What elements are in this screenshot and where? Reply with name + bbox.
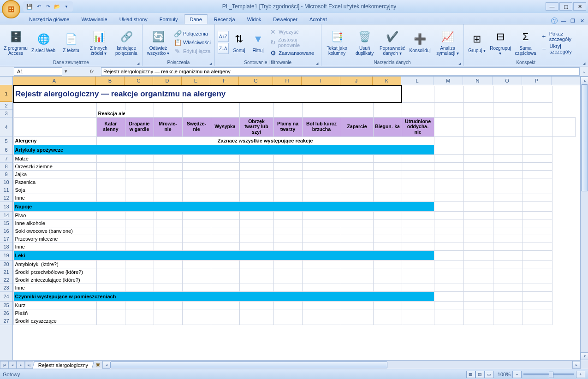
col-header[interactable]: K: [373, 77, 401, 85]
cell[interactable]: [523, 291, 552, 301]
close-button[interactable]: ✕: [573, 2, 586, 11]
cell[interactable]: [154, 260, 182, 268]
row-header[interactable]: 4: [0, 118, 12, 137]
cell[interactable]: [493, 276, 523, 284]
fx-button[interactable]: fx: [83, 69, 101, 74]
cell[interactable]: [402, 243, 434, 250]
cell[interactable]: [341, 309, 373, 317]
cell[interactable]: [302, 268, 341, 276]
name-box-dropdown[interactable]: ▾: [62, 68, 70, 74]
cell[interactable]: [463, 219, 493, 227]
cell[interactable]: [373, 102, 402, 110]
cell[interactable]: [239, 219, 273, 227]
data-validation-button[interactable]: ✔️Poprawność danych ▾: [380, 29, 405, 57]
cell[interactable]: [493, 317, 523, 325]
cell[interactable]: [523, 219, 552, 227]
cell[interactable]: [211, 186, 239, 194]
cell[interactable]: [96, 260, 125, 268]
cell[interactable]: [434, 309, 463, 317]
group-button[interactable]: ⊞Grupuj ▾: [467, 31, 487, 54]
col-header[interactable]: A: [13, 77, 96, 85]
maximize-button[interactable]: ▢: [559, 2, 572, 11]
cell[interactable]: Przetwory mleczne: [13, 235, 96, 243]
cell[interactable]: [239, 170, 273, 178]
zoom-level[interactable]: 100%: [498, 372, 511, 377]
row-header[interactable]: 14: [0, 212, 12, 219]
cell[interactable]: [434, 178, 463, 186]
cell[interactable]: [96, 186, 125, 194]
cell[interactable]: [402, 260, 434, 268]
cell[interactable]: [373, 309, 402, 317]
ribbon-tab-widok[interactable]: Widok: [241, 14, 267, 24]
cell[interactable]: [211, 276, 239, 284]
cell[interactable]: [125, 178, 154, 186]
cell[interactable]: [302, 211, 341, 219]
cell[interactable]: [302, 219, 341, 227]
cell[interactable]: [463, 317, 493, 325]
cell[interactable]: [434, 162, 463, 170]
cell[interactable]: [463, 154, 493, 162]
hscroll-right[interactable]: ▸: [572, 361, 580, 369]
cell[interactable]: [434, 219, 463, 227]
cell[interactable]: [302, 260, 341, 268]
cell[interactable]: [211, 170, 239, 178]
col-header[interactable]: O: [493, 77, 522, 85]
cell[interactable]: [182, 211, 211, 219]
cell[interactable]: [493, 136, 523, 145]
cell[interactable]: [434, 235, 463, 243]
cell[interactable]: [493, 268, 523, 276]
cell[interactable]: [154, 235, 182, 243]
cell[interactable]: [402, 102, 434, 110]
cell[interactable]: [463, 162, 493, 170]
cell[interactable]: [523, 250, 552, 260]
cell[interactable]: [273, 301, 302, 309]
cell[interactable]: [523, 194, 552, 201]
cell[interactable]: [154, 243, 182, 250]
cell[interactable]: [96, 309, 125, 317]
cell[interactable]: [211, 243, 239, 250]
cell[interactable]: [402, 162, 434, 170]
refresh-all-button[interactable]: 🔄Odśwież wszystko ▾: [145, 29, 171, 57]
cell[interactable]: [373, 194, 402, 201]
consolidate-button[interactable]: ➕Konsoliduj: [407, 31, 433, 54]
cell[interactable]: [302, 235, 341, 243]
spreadsheet-grid[interactable]: ABCDEFGHIJKLMNOP 12345678910111213141516…: [0, 77, 588, 369]
cell[interactable]: [239, 154, 273, 162]
cell[interactable]: [493, 102, 523, 110]
col-header[interactable]: I: [302, 77, 340, 85]
help-icon[interactable]: ?: [551, 18, 558, 24]
cell[interactable]: [373, 260, 402, 268]
cell[interactable]: [373, 186, 402, 194]
office-button[interactable]: ⊞: [2, 0, 20, 18]
col-header[interactable]: B: [96, 77, 125, 85]
cell[interactable]: Utrudnione oddycha- nie: [402, 117, 434, 136]
cell[interactable]: [302, 284, 341, 291]
vertical-scrollbar[interactable]: ▴ ▾: [580, 77, 588, 369]
cell[interactable]: [523, 102, 552, 110]
row-header[interactable]: 1: [0, 85, 12, 102]
cell[interactable]: [341, 317, 373, 325]
cell[interactable]: [373, 110, 402, 117]
cell[interactable]: [463, 301, 493, 309]
ribbon-tab-recenzja[interactable]: Recenzja: [208, 14, 241, 24]
cell[interactable]: [402, 178, 434, 186]
cell[interactable]: [154, 276, 182, 284]
cell[interactable]: [96, 227, 125, 235]
cell[interactable]: [96, 301, 125, 309]
cell[interactable]: [341, 276, 373, 284]
cell[interactable]: [434, 201, 463, 211]
cell[interactable]: [182, 276, 211, 284]
cell[interactable]: [125, 317, 154, 325]
cell[interactable]: [211, 211, 239, 219]
cell[interactable]: [96, 194, 125, 201]
cell[interactable]: [154, 110, 182, 117]
cell[interactable]: [463, 243, 493, 250]
show-detail-button[interactable]: +Pokaż szczegóły: [540, 30, 585, 42]
cell[interactable]: [211, 309, 239, 317]
cell[interactable]: [239, 301, 273, 309]
cell[interactable]: [125, 162, 154, 170]
cell[interactable]: [211, 301, 239, 309]
cell[interactable]: [493, 162, 523, 170]
cell[interactable]: [239, 178, 273, 186]
ribbon-tab-układ-strony[interactable]: Układ strony: [113, 14, 154, 24]
